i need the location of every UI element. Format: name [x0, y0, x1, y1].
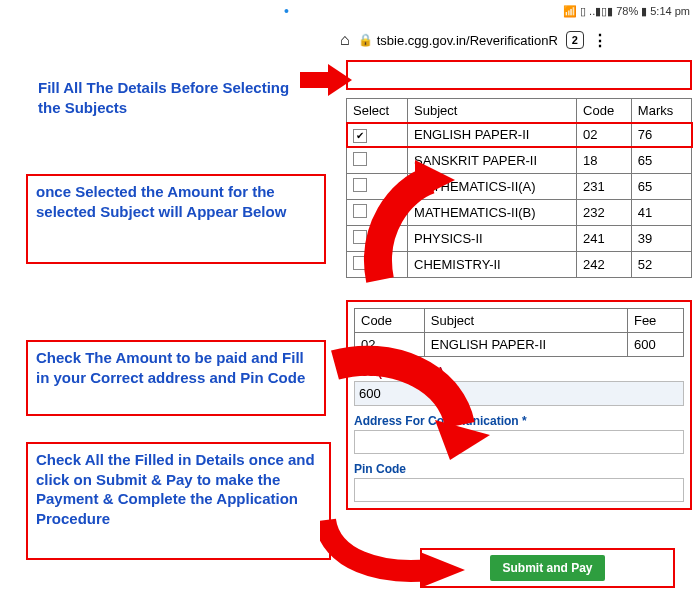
table-row: MATHEMATICS-II(B) 232 41 [347, 199, 692, 225]
table-header: Code Subject Fee [355, 308, 684, 332]
col-fee: Fee [627, 308, 683, 332]
table-row: MATHEMATICS-II(A) 231 65 [347, 173, 692, 199]
fee-input[interactable] [354, 381, 684, 406]
menu-icon[interactable]: ⋮ [592, 31, 608, 50]
address-input[interactable] [354, 430, 684, 454]
annotation-submit-pay: Check All the Filled in Details once and… [26, 442, 331, 560]
cell-subject: MATHEMATICS-II(A) [408, 173, 577, 199]
cell-marks: 52 [631, 251, 691, 277]
submit-and-pay-button[interactable]: Submit and Pay [490, 555, 604, 581]
annotation-selected-amount: once Selected the Amount for the selecte… [26, 174, 326, 264]
annotation-fill-details: Fill All The Details Before Selecting th… [30, 72, 310, 123]
details-input-box[interactable] [346, 60, 692, 90]
fee-label: Fee (in Rupees) [354, 365, 684, 379]
cell-subject: ENGLISH PAPER-II [408, 123, 577, 148]
col-code: Code [577, 99, 632, 123]
clock: 5:14 pm [650, 5, 690, 17]
browser-bar: ⌂ 🔒 tsbie.cgg.gov.in/ReverificationR 2 ⋮ [340, 26, 692, 54]
cell-subject: CHEMISTRY-II [408, 251, 577, 277]
cell-subject: MATHEMATICS-II(B) [408, 199, 577, 225]
table-row: 02 ENGLISH PAPER-II 600 [355, 332, 684, 356]
cell-marks: 65 [631, 147, 691, 173]
url-box[interactable]: 🔒 tsbie.cgg.gov.in/ReverificationR [358, 33, 558, 48]
url-text: tsbie.cgg.gov.in/ReverificationR [377, 33, 558, 48]
subjects-table: Select Subject Code Marks ENGLISH PAPER-… [346, 98, 692, 278]
form-area: Select Subject Code Marks ENGLISH PAPER-… [346, 60, 692, 510]
cell-fee: 600 [627, 332, 683, 356]
annotation-check-amount: Check The Amount to be paid and Fill in … [26, 340, 326, 416]
cell-subject: PHYSICS-II [408, 225, 577, 251]
cell-marks: 41 [631, 199, 691, 225]
fee-table: Code Subject Fee 02 ENGLISH PAPER-II 600 [354, 308, 684, 357]
checkbox[interactable] [353, 178, 367, 192]
notification-dot: • [10, 3, 563, 19]
col-code: Code [355, 308, 425, 332]
col-subject: Subject [424, 308, 627, 332]
pincode-input[interactable] [354, 478, 684, 502]
cell-code: 02 [577, 123, 632, 148]
checkbox[interactable] [353, 129, 367, 143]
cell-code: 231 [577, 173, 632, 199]
table-row: CHEMISTRY-II 242 52 [347, 251, 692, 277]
home-icon[interactable]: ⌂ [340, 31, 350, 49]
cell-marks: 65 [631, 173, 691, 199]
signal-icon: 📶 [563, 5, 577, 18]
cell-subject: SANSKRIT PAPER-II [408, 147, 577, 173]
cell-code: 232 [577, 199, 632, 225]
fee-area: Code Subject Fee 02 ENGLISH PAPER-II 600… [346, 300, 692, 510]
submit-row: Submit and Pay [420, 548, 675, 588]
status-bar: • 📶 ▯ ..▮▯▮ 78% ▮ 5:14 pm [0, 0, 700, 22]
battery-icon: ▮ [641, 5, 647, 18]
cell-code: 241 [577, 225, 632, 251]
col-select: Select [347, 99, 408, 123]
sim-icon: ▯ ..▮▯▮ [580, 5, 613, 18]
address-label: Address For Communication * [354, 414, 684, 428]
lock-icon: 🔒 [358, 33, 373, 47]
cell-marks: 76 [631, 123, 691, 148]
col-subject: Subject [408, 99, 577, 123]
cell-code: 02 [355, 332, 425, 356]
checkbox[interactable] [353, 204, 367, 218]
tab-count[interactable]: 2 [566, 31, 584, 49]
table-header: Select Subject Code Marks [347, 99, 692, 123]
cell-marks: 39 [631, 225, 691, 251]
checkbox[interactable] [353, 152, 367, 166]
col-marks: Marks [631, 99, 691, 123]
cell-code: 18 [577, 147, 632, 173]
cell-subject: ENGLISH PAPER-II [424, 332, 627, 356]
status-right: 📶 ▯ ..▮▯▮ 78% ▮ 5:14 pm [563, 5, 690, 18]
battery-text: 78% [616, 5, 638, 17]
checkbox[interactable] [353, 256, 367, 270]
table-row: SANSKRIT PAPER-II 18 65 [347, 147, 692, 173]
checkbox[interactable] [353, 230, 367, 244]
table-row: ENGLISH PAPER-II 02 76 [347, 123, 692, 148]
table-row: PHYSICS-II 241 39 [347, 225, 692, 251]
pincode-label: Pin Code [354, 462, 684, 476]
cell-code: 242 [577, 251, 632, 277]
